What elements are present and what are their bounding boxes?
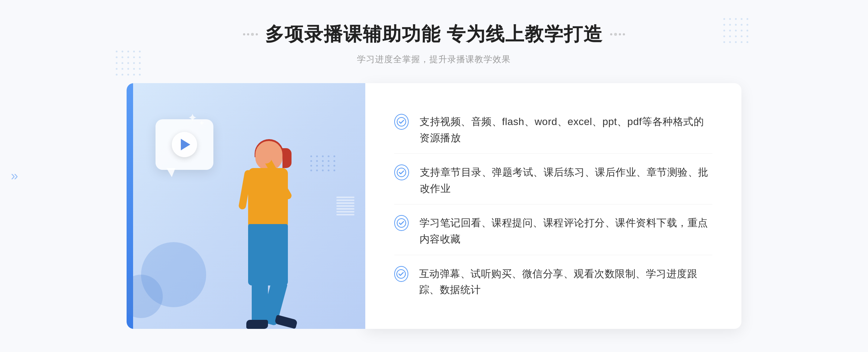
svg-point-1 [397, 168, 406, 177]
page-subtitle: 学习进度全掌握，提升录播课教学效果 [243, 53, 625, 65]
feature-text-1: 支持视频、音频、flash、word、excel、ppt、pdf等各种格式的资源… [420, 114, 712, 146]
play-bubble [156, 119, 213, 170]
feature-text-3: 学习笔记回看、课程提问、课程评论打分、课件资料下载，重点内容收藏 [420, 215, 712, 248]
header-section: 多项录播课辅助功能 专为线上教学打造 学习进度全掌握，提升录播课教学效果 [243, 22, 625, 65]
decorative-dots-left [116, 51, 145, 80]
figure-pants [248, 224, 288, 286]
play-triangle-icon [181, 139, 190, 150]
title-decoration-right [610, 33, 625, 36]
check-svg-3 [397, 218, 406, 228]
sparkle-1: ✦ [188, 112, 196, 124]
illustration-lines [336, 197, 354, 215]
feature-item-1: 支持视频、音频、flash、word、excel、ppt、pdf等各种格式的资源… [394, 107, 712, 154]
check-svg-2 [397, 168, 406, 177]
title-row: 多项录播课辅助功能 专为线上教学打造 [243, 22, 625, 47]
svg-point-0 [397, 117, 406, 126]
figure-shoe-left [246, 320, 268, 329]
page-title: 多项录播课辅助功能 专为线上教学打造 [265, 22, 603, 47]
feature-item-4: 互动弹幕、试听购买、微信分享、观看次数限制、学习进度跟踪、数据统计 [394, 259, 712, 306]
illustration-area: ✦ ✦ [127, 83, 365, 329]
title-decoration-left [243, 33, 258, 36]
svg-point-3 [397, 270, 405, 278]
svg-point-2 [397, 219, 406, 227]
sparkle-2: ✦ [199, 119, 204, 127]
figure-hair-ponytail [282, 148, 292, 168]
check-icon-3 [394, 215, 409, 231]
feature-text-2: 支持章节目录、弹题考试、课后练习、课后作业、章节测验、批改作业 [420, 164, 712, 197]
check-icon-2 [394, 164, 409, 180]
feature-text-4: 互动弹幕、试听购买、微信分享、观看次数限制、学习进度跟踪、数据统计 [419, 266, 712, 299]
play-button [172, 132, 197, 157]
feature-item-2: 支持章节目录、弹题考试、课后练习、课后作业、章节测验、批改作业 [394, 157, 712, 205]
main-content: ✦ ✦ [127, 83, 741, 329]
figure-body [248, 168, 288, 226]
figure-illustration [216, 141, 317, 329]
info-panel: 支持视频、音频、flash、word、excel、ppt、pdf等各种格式的资源… [365, 83, 741, 329]
check-icon-4 [394, 266, 408, 282]
decorative-dots-right [723, 18, 752, 47]
feature-item-3: 学习笔记回看、课程提问、课程评论打分、课件资料下载，重点内容收藏 [394, 208, 712, 255]
left-arrow-decoration: » [11, 168, 18, 184]
page-container: 多项录播课辅助功能 专为线上教学打造 学习进度全掌握，提升录播课教学效果 » [0, 0, 868, 352]
check-svg-4 [396, 269, 406, 279]
check-icon-1 [394, 114, 409, 130]
check-svg-1 [397, 117, 406, 126]
figure-shoe-right [275, 315, 298, 329]
